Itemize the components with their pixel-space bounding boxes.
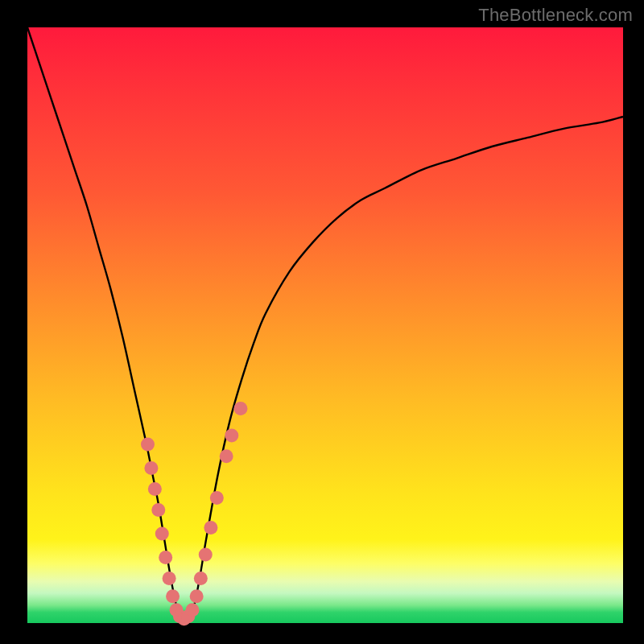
highlight-dots <box>141 402 247 625</box>
highlight-dot <box>233 402 247 415</box>
highlight-dot <box>225 428 238 442</box>
highlight-dot <box>190 589 204 603</box>
highlight-dot <box>148 482 162 496</box>
curve-svg <box>27 27 623 623</box>
bottleneck-curve <box>27 27 623 618</box>
highlight-dot <box>220 449 233 463</box>
highlight-dot <box>159 551 172 564</box>
highlight-dot <box>210 491 224 505</box>
highlight-dot <box>163 572 176 585</box>
highlight-dot <box>185 603 199 617</box>
highlight-dot <box>155 527 169 541</box>
highlight-dot <box>144 461 158 475</box>
chart-frame: TheBottleneck.com <box>0 0 644 644</box>
chart-plot-area <box>27 27 623 623</box>
highlight-dot <box>204 521 217 535</box>
highlight-dot <box>141 438 155 452</box>
watermark-text: TheBottleneck.com <box>478 5 633 26</box>
highlight-dot <box>199 547 213 561</box>
highlight-dot <box>194 572 208 585</box>
highlight-dot <box>166 589 180 603</box>
highlight-dot <box>151 503 165 517</box>
